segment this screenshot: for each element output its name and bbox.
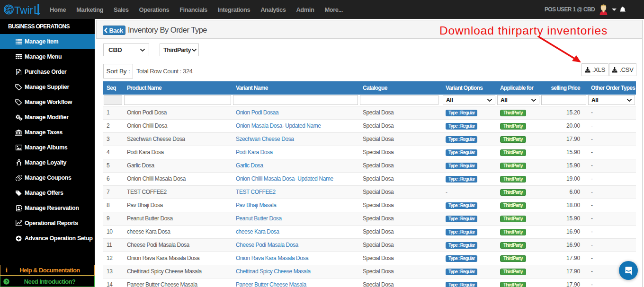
svg-text:?: ? (5, 278, 8, 284)
svg-text:Twir: Twir (14, 5, 33, 16)
svg-text:P: P (18, 71, 20, 74)
